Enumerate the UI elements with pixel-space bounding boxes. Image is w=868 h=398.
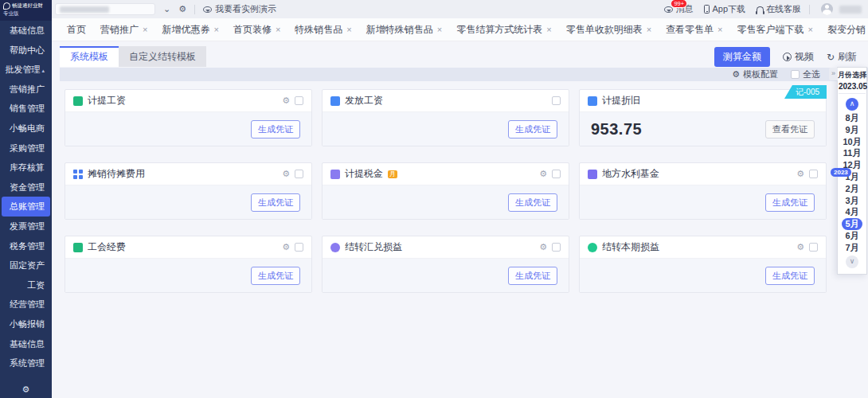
sidebar-item-11[interactable]: 税务管理 [0,236,52,256]
tab-8[interactable]: 查看零售单× [659,18,729,41]
sidebar-item-4[interactable]: 销售管理 [0,99,52,119]
card-checkbox[interactable] [809,170,818,178]
month-option-10月[interactable]: 10月 [842,136,862,148]
demo-link[interactable]: 我要看实例演示 [203,3,276,15]
card-gear-icon[interactable]: ⚙ [282,96,290,106]
app-download-button[interactable]: App下载 [704,3,745,15]
tab-3[interactable]: 首页装修× [226,18,287,41]
select-all-label: 全选 [803,68,820,80]
month-option-6月[interactable]: 6月 [842,230,862,242]
org-search-input[interactable] [55,3,155,15]
tab-close-icon[interactable]: × [143,25,147,34]
tab-close-icon[interactable]: × [213,25,218,34]
tab-close-icon[interactable]: × [437,25,442,34]
sidebar-item-2[interactable]: 批发管理▴ [0,60,52,80]
card-checkbox[interactable] [295,243,303,252]
sidebar-item-9[interactable]: 总账管理 [2,197,50,217]
sidebar-item-13[interactable]: 工资 [0,275,52,295]
tab-4[interactable]: 特殊销售品× [287,18,358,41]
tab-1[interactable]: 营销推广× [93,18,154,41]
online-service-button[interactable]: 在线客服 [757,3,801,15]
sidebar-item-5[interactable]: 小畅电商 [0,119,52,139]
generate-voucher-button[interactable]: 生成凭证 [251,267,300,285]
tab-close-icon[interactable]: × [647,25,651,34]
tab-close-icon[interactable]: × [276,25,280,34]
card-gear-icon[interactable]: ⚙ [282,169,290,179]
sidebar-item-17[interactable]: 系统管理 [0,353,52,373]
card-checkbox[interactable] [295,96,303,105]
sidebar-item-12[interactable]: 固定资产 [0,256,52,275]
generate-voucher-button[interactable]: 生成凭证 [251,120,300,139]
user-account[interactable] [821,3,862,15]
card-icon [588,170,597,179]
tab-close-icon[interactable]: × [346,25,351,34]
refresh-button[interactable]: ↻ 刷新 [827,50,857,64]
tab-9[interactable]: 零售客户端下载× [730,18,820,41]
sidebar-settings-gear-icon[interactable]: ⚙ [0,384,52,395]
sidebar-item-7[interactable]: 库存核算 [0,158,52,178]
month-option-11月[interactable]: 11月 [842,147,862,159]
month-option-2月[interactable]: 2月 [842,183,862,195]
scroll-months-down-icon[interactable]: ∨ [846,256,858,268]
tab-label: 裂变分销 [827,23,866,37]
tab-10[interactable]: 裂变分销× [820,18,868,41]
generate-voucher-button[interactable]: 生成凭证 [251,193,300,212]
tab-6[interactable]: 零售结算方式统计表× [449,18,558,41]
tab-close-icon[interactable]: × [808,25,813,34]
select-all-checkbox[interactable] [791,70,800,79]
select-all-control[interactable]: 全选 [791,68,820,80]
tab-2[interactable]: 新增优惠券× [154,18,225,41]
card-checkbox[interactable] [552,96,561,105]
sidebar-item-8[interactable]: 资金管理 [0,178,52,197]
sidebar-item-1[interactable]: 帮助中心 [0,41,52,60]
gear-icon[interactable]: ⚙ [178,4,186,14]
card-gear-icon[interactable]: ⚙ [796,169,804,179]
card-checkbox[interactable] [552,243,561,252]
sidebar-item-0[interactable]: 基础信息 [0,21,52,41]
sidebar-item-14[interactable]: 经营管理 [0,295,52,314]
subtab-0[interactable]: 系统模板 [60,46,119,67]
card-gear-icon[interactable]: ⚙ [282,242,290,252]
card-gear-icon[interactable]: ⚙ [539,242,547,252]
month-option-7月[interactable]: 7月 [842,242,862,254]
card-checkbox[interactable] [295,170,303,178]
card-amount: 953.75 [591,120,642,139]
sidebar-item-6[interactable]: 采购管理 [0,139,52,158]
sidebar-item-10[interactable]: 发票管理 [0,217,52,236]
view-voucher-button[interactable]: 查看凭证 [765,120,815,139]
card-checkbox[interactable] [809,243,818,252]
month-option-5月[interactable]: 5月 [842,218,862,230]
sidebar-item-3[interactable]: 营销推广 [0,80,52,100]
card-gear-icon[interactable]: ⚙ [796,242,804,252]
scroll-months-up-icon[interactable]: ∧ [846,98,858,111]
sidebar-item-16[interactable]: 基础信息 [0,334,52,354]
tab-close-icon[interactable]: × [717,25,722,34]
month-option-4月[interactable]: 4月 [842,206,862,218]
card-gear-icon[interactable]: ⚙ [539,169,547,179]
app-logo[interactable]: 畅捷通好业财 专业版 [0,0,52,21]
collapse-panel-icon[interactable]: » [829,68,838,80]
sidebar-item-15[interactable]: 小畅报销 [0,314,52,334]
tab-0[interactable]: 首页 [60,18,93,41]
tab-7[interactable]: 零售单收款明细表× [559,18,659,41]
subtab-1[interactable]: 自定义结转模板 [119,46,206,67]
tab-5[interactable]: 新增特殊销售品× [359,18,449,41]
month-option-9月[interactable]: 9月 [842,124,862,136]
generate-voucher-button[interactable]: 生成凭证 [508,120,557,139]
sidebar-item-label: 发票管理 [10,221,45,231]
generate-voucher-button[interactable]: 生成凭证 [508,267,557,285]
calc-amount-button[interactable]: 测算金额 [714,47,770,67]
template-config-button[interactable]: ⚙ 模板配置 [732,68,778,80]
tab-close-icon[interactable]: × [546,25,551,34]
card-checkbox[interactable] [552,170,561,178]
generate-voucher-button[interactable]: 生成凭证 [765,193,815,212]
video-label: 视频 [795,50,814,64]
chevron-down-icon[interactable]: ⌄ [163,4,170,14]
month-option-8月[interactable]: 8月 [842,112,862,124]
month-option-3月[interactable]: 3月 [842,195,862,207]
unread-count-badge: 99+ [671,0,687,8]
video-button[interactable]: 视频 [783,50,814,64]
messages-button[interactable]: 消息 99+ [664,3,693,15]
generate-voucher-button[interactable]: 生成凭证 [765,267,815,285]
generate-voucher-button[interactable]: 生成凭证 [508,193,557,212]
